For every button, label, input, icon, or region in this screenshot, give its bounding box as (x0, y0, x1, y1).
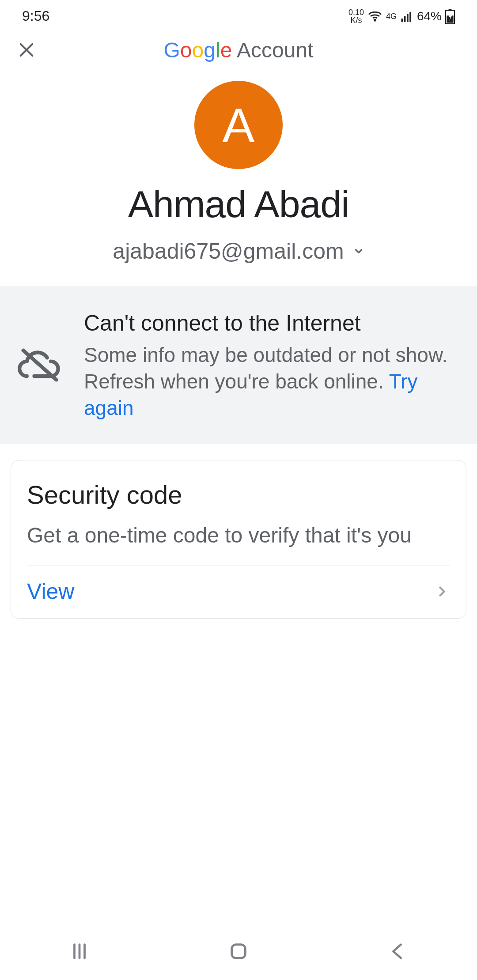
security-code-card: Security code Get a one-time code to ver… (11, 460, 466, 618)
svg-rect-3 (407, 14, 409, 22)
net-speed: 0.10 K/s (348, 8, 364, 24)
chevron-down-icon (353, 245, 364, 257)
view-action[interactable]: View (27, 579, 450, 604)
recents-button[interactable] (64, 936, 95, 967)
status-icons: 0.10 K/s 4G 64% (348, 8, 455, 24)
system-navbar (0, 923, 477, 980)
card-description: Get a one-time code to verify that it's … (27, 522, 450, 549)
status-bar: 9:56 0.10 K/s 4G 64% (0, 0, 477, 32)
offline-banner: Can't connect to the Internet Some info … (0, 286, 477, 444)
banner-subtitle: Some info may be outdated or not show. R… (84, 342, 459, 421)
back-icon (387, 941, 408, 961)
battery-percent: 64% (417, 9, 442, 23)
avatar[interactable]: A (194, 81, 283, 169)
banner-title: Can't connect to the Internet (84, 309, 459, 338)
signal-icon (400, 10, 413, 23)
svg-rect-6 (449, 9, 452, 10)
wifi-icon (367, 9, 382, 24)
svg-rect-2 (404, 16, 406, 22)
account-switcher[interactable]: ajabadi675@gmail.com (113, 238, 364, 264)
profile-section: A Ahmad Abadi ajabadi675@gmail.com (0, 72, 477, 286)
svg-point-0 (374, 19, 375, 20)
chevron-right-icon (434, 584, 450, 599)
view-link: View (27, 579, 74, 604)
email: ajabadi675@gmail.com (113, 238, 344, 264)
svg-rect-4 (409, 12, 411, 22)
divider (27, 565, 450, 565)
net-type: 4G (386, 12, 397, 20)
close-icon (18, 41, 35, 59)
display-name: Ahmad Abadi (9, 182, 468, 226)
svg-rect-1 (401, 19, 403, 22)
app-header: Google Account (0, 32, 477, 72)
card-title: Security code (27, 480, 450, 509)
avatar-letter: A (222, 97, 254, 153)
svg-rect-14 (232, 945, 246, 958)
home-icon (228, 941, 249, 961)
back-button[interactable] (382, 936, 413, 967)
home-button[interactable] (223, 936, 254, 967)
close-button[interactable] (18, 41, 35, 59)
recents-icon (69, 941, 90, 961)
status-time: 9:56 (22, 8, 49, 24)
brand-title: Google Account (164, 38, 314, 62)
cloud-off-icon (18, 343, 62, 387)
battery-icon (445, 9, 455, 24)
